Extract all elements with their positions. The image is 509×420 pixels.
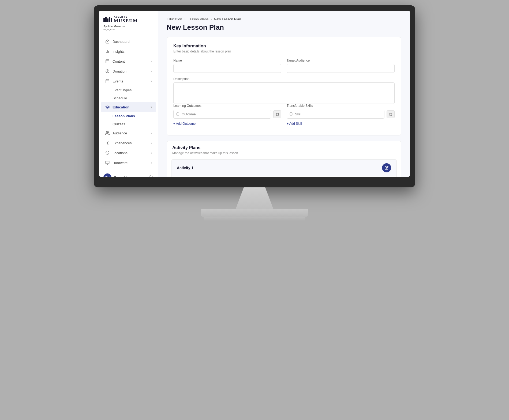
sidebar-item-insights[interactable]: Insights [101, 47, 156, 56]
description-label: Description [173, 77, 395, 81]
sidebar-item-label: Content [113, 59, 125, 63]
sidebar-item-schedule[interactable]: Schedule [101, 94, 156, 102]
skill-row-1 [287, 110, 395, 119]
sidebar-item-quizzes[interactable]: Quizzes [101, 120, 156, 128]
transferable-skills-label: Transferable Skills [287, 104, 395, 108]
donation-icon [105, 69, 110, 74]
sidebar-item-label: Quizzes [113, 122, 125, 126]
add-outcome-button[interactable]: + Add Outcome [173, 121, 196, 127]
activity-1-title: Activity 1 [177, 166, 193, 170]
sidebar-item-label: Audience [113, 131, 127, 135]
clipboard-skill-icon [289, 112, 293, 116]
learning-outcomes-label: Learning Outcomes [173, 104, 281, 108]
name-field-group: Name [173, 59, 281, 73]
skill-input[interactable] [287, 110, 384, 119]
sidebar-item-label: Hardware [113, 161, 128, 165]
sidebar-item-label: Dashboard [113, 40, 130, 44]
chevron-right-icon: › [151, 161, 152, 164]
svg-rect-10 [177, 112, 178, 113]
sidebar-item-donation[interactable]: Donation › [101, 66, 156, 76]
education-icon [105, 105, 110, 109]
sidebar: AYCLIFFE MUSEUM Aycliffe Museum n-gage.i… [99, 11, 158, 177]
delete-outcome-button[interactable] [273, 110, 281, 118]
svg-rect-2 [106, 80, 109, 83]
sidebar-item-education[interactable]: Education ▾ [101, 102, 156, 112]
sidebar-item-label: Schedule [113, 96, 127, 100]
clipboard-icon [176, 112, 179, 116]
breadcrumb-lesson-plans[interactable]: Lesson Plans [188, 17, 208, 21]
sidebar-item-lesson-plans[interactable]: Lesson Plans [101, 112, 156, 120]
target-audience-field-group: Target Audience [287, 59, 395, 73]
experiences-icon [105, 141, 110, 145]
stand-reflection [204, 217, 305, 221]
chevron-right-icon: › [151, 132, 152, 135]
activity-1-header: Activity 1 [171, 160, 396, 176]
user-name: Bryan Hoare [114, 176, 147, 177]
svg-point-6 [106, 131, 107, 133]
hardware-icon [105, 160, 110, 165]
chevron-right-icon: › [151, 70, 152, 73]
sidebar-item-event-types[interactable]: Event Types [101, 86, 156, 94]
key-information-card: Key Information Enter basic details abou… [167, 37, 401, 135]
activity-table-header: Duration Name [171, 176, 396, 177]
sidebar-item-audience[interactable]: Audience › [101, 128, 156, 138]
activity-plans-subtitle: Manage the activities that make up this … [172, 151, 396, 155]
edit-activity-button[interactable] [382, 163, 391, 172]
target-audience-input[interactable] [287, 64, 395, 73]
sidebar-item-label: Experiences [113, 141, 132, 145]
target-audience-label: Target Audience [287, 59, 395, 62]
sidebar-item-content[interactable]: Content › [101, 56, 156, 66]
skill-input-wrap [287, 110, 384, 119]
sidebar-item-events[interactable]: Events ▾ [101, 76, 156, 86]
name-input[interactable] [173, 64, 281, 73]
breadcrumb-sep-2: › [211, 17, 212, 21]
outcome-row-1 [173, 110, 281, 119]
key-info-title: Key Information [173, 44, 395, 48]
outcome-input[interactable] [173, 110, 271, 119]
delete-skill-button[interactable] [387, 110, 395, 118]
breadcrumb-sep-1: › [184, 17, 185, 21]
chevron-down-icon: ▾ [151, 106, 152, 109]
svg-point-8 [107, 152, 108, 153]
audience-icon [105, 131, 110, 135]
home-icon [105, 39, 110, 44]
monitor-stand [94, 187, 415, 221]
outcome-input-wrap [173, 110, 271, 119]
locations-icon [105, 150, 110, 155]
learning-outcomes-group: Learning Outcomes [173, 104, 281, 127]
org-name: Aycliffe Museum [103, 25, 154, 28]
chevron-right-icon: › [151, 152, 152, 154]
description-textarea[interactable] [173, 82, 395, 104]
chevron-down-icon: ▾ [151, 80, 152, 83]
sidebar-item-label: Events [113, 79, 123, 83]
sidebar-nav: Dashboard Insights Content [99, 34, 158, 170]
content-icon [105, 59, 110, 64]
sidebar-item-hardware[interactable]: Hardware › [101, 158, 156, 168]
breadcrumb-education[interactable]: Education [167, 17, 182, 21]
avatar: BH [103, 173, 111, 177]
org-domain: n-gage.io [103, 28, 154, 31]
add-skill-button[interactable]: + Add Skill [287, 121, 302, 127]
activity-plans-title: Activity Plans [172, 145, 396, 150]
svg-rect-0 [106, 60, 109, 63]
main-content: Education › Lesson Plans › New Lesson Pl… [158, 11, 410, 177]
logout-icon[interactable] [149, 175, 154, 177]
name-label: Name [173, 59, 281, 62]
sidebar-logo: AYCLIFFE MUSEUM Aycliffe Museum n-gage.i… [99, 11, 158, 34]
chevron-right-icon: › [151, 142, 152, 145]
sidebar-item-experiences[interactable]: Experiences › [101, 138, 156, 148]
key-info-subtitle: Enter basic details about the lesson pla… [173, 50, 395, 53]
sidebar-item-label: Lesson Plans [113, 114, 135, 118]
sidebar-item-label: Donation [113, 69, 126, 73]
chart-icon [105, 49, 110, 54]
sidebar-item-locations[interactable]: Locations › [101, 148, 156, 158]
page-title: New Lesson Plan [167, 23, 401, 32]
stand-neck [228, 187, 281, 209]
sidebar-item-label: Locations [113, 151, 128, 155]
svg-point-7 [107, 142, 108, 143]
sidebar-item-dashboard[interactable]: Dashboard [101, 37, 156, 46]
museum-logo-icon [103, 17, 112, 22]
sidebar-item-label: Insights [113, 50, 125, 54]
events-icon [105, 79, 110, 84]
transferable-skills-group: Transferable Skills [287, 104, 395, 127]
